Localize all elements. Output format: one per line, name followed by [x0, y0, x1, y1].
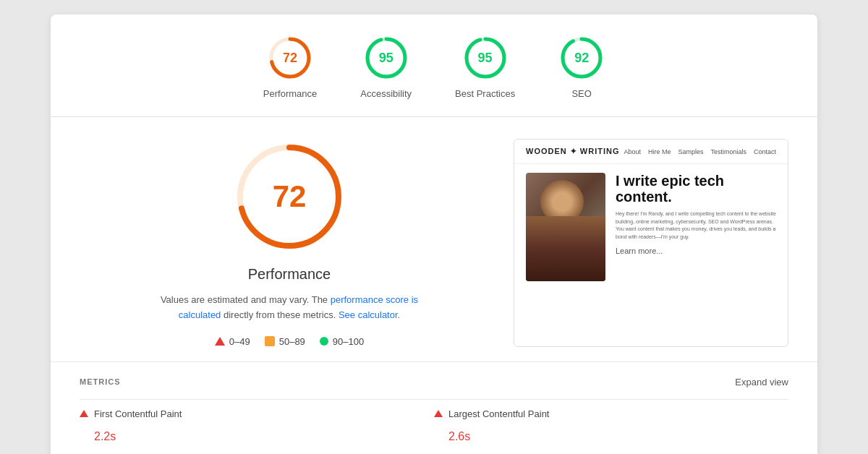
website-preview: WOODEN ✦ WRITING About Hire Me Samples T… — [514, 140, 788, 327]
square-icon — [265, 336, 275, 346]
score-label-performance: Performance — [263, 88, 317, 99]
lcp-name: Largest Contentful Paint — [448, 408, 549, 419]
score-item-seo: 92 SEO — [558, 35, 605, 99]
circle-icon — [320, 337, 328, 346]
preview-text: I write epic tech content. Hey there! I'… — [616, 173, 776, 281]
score-label-seo: SEO — [571, 88, 591, 99]
nav-contact: Contact — [754, 148, 776, 155]
calculator-link[interactable]: See calculator. — [339, 309, 400, 320]
nav-hireme: Hire Me — [648, 148, 671, 155]
big-score-value: 72 — [273, 179, 307, 214]
big-performance-circle: 72 — [231, 139, 347, 254]
legend-range-low: 0–49 — [229, 336, 250, 347]
score-label-best-practices: Best Practices — [455, 88, 515, 99]
preview-logo: WOODEN ✦ WRITING — [526, 147, 620, 156]
score-label-accessibility: Accessibility — [360, 88, 412, 99]
fcp-unit: s — [110, 430, 116, 442]
score-item-performance: 72 Performance — [263, 35, 317, 99]
fcp-number: 2.2 — [94, 430, 110, 442]
metrics-header: METRICS Expand view — [80, 377, 788, 387]
score-item-accessibility: 95 Accessibility — [360, 35, 412, 99]
nav-testimonials: Testimonials — [710, 148, 746, 155]
score-value-best-practices: 95 — [478, 51, 493, 66]
metric-lcp-header: Largest Contentful Paint — [434, 408, 788, 419]
legend-range-high: 90–100 — [333, 336, 364, 347]
legend-item-high: 90–100 — [320, 336, 364, 347]
performance-description: Values are estimated and may vary. The p… — [156, 293, 423, 323]
metric-fcp-header: First Contentful Paint — [80, 408, 434, 419]
metrics-title: METRICS — [80, 377, 121, 386]
legend-item-mid: 50–89 — [265, 336, 305, 347]
main-card: 72 Performance 95 Accessibility 95 — [51, 14, 817, 454]
score-circle-best-practices: 95 — [462, 35, 509, 81]
performance-title: Performance — [248, 266, 331, 283]
fcp-value: 2.2s — [94, 422, 434, 445]
score-circle-performance: 72 — [267, 35, 313, 81]
website-preview-panel: WOODEN ✦ WRITING About Hire Me Samples T… — [514, 139, 788, 347]
score-circle-accessibility: 95 — [363, 35, 409, 81]
desc-middle: directly from these metrics. — [221, 309, 339, 320]
preview-nav-links: About Hire Me Samples Testimonials Conta… — [624, 148, 776, 155]
legend-range-mid: 50–89 — [279, 336, 305, 347]
score-circle-seo: 92 — [558, 35, 605, 81]
preview-nav: WOODEN ✦ WRITING About Hire Me Samples T… — [514, 140, 788, 164]
score-legend: 0–49 50–89 90–100 — [215, 336, 364, 347]
main-content: 72 Performance Values are estimated and … — [51, 117, 817, 362]
nav-samples: Samples — [678, 148, 703, 155]
metric-fcp: First Contentful Paint 2.2s — [80, 399, 434, 454]
triangle-icon — [215, 337, 225, 346]
expand-view-button[interactable]: Expand view — [735, 377, 788, 387]
preview-photo — [526, 173, 605, 281]
preview-body: I write epic tech content. Hey there! I'… — [514, 164, 788, 290]
lcp-unit: s — [464, 430, 470, 442]
preview-cta: Learn more... — [616, 247, 776, 255]
preview-body-text: Hey there! I'm Randy, and I write compel… — [616, 210, 776, 241]
score-value-performance: 72 — [283, 51, 297, 66]
score-row: 72 Performance 95 Accessibility 95 — [51, 14, 817, 117]
fcp-status-icon — [80, 410, 88, 417]
metric-lcp: Largest Contentful Paint 2.6s — [434, 399, 788, 454]
nav-about: About — [624, 148, 641, 155]
left-panel: 72 Performance Values are estimated and … — [80, 139, 514, 347]
score-value-accessibility: 95 — [379, 51, 393, 66]
score-value-seo: 92 — [574, 51, 589, 66]
metrics-grid: First Contentful Paint 2.2s Largest Cont… — [80, 399, 788, 454]
lcp-value: 2.6s — [448, 422, 788, 445]
desc-before: Values are estimated and may vary. The — [161, 294, 331, 305]
lcp-status-icon — [434, 410, 443, 417]
legend-item-low: 0–49 — [215, 336, 250, 347]
fcp-name: First Contentful Paint — [94, 408, 182, 419]
metrics-section: METRICS Expand view First Contentful Pai… — [51, 362, 817, 454]
lcp-number: 2.6 — [448, 430, 464, 442]
preview-headline: I write epic tech content. — [616, 173, 776, 205]
score-item-best-practices: 95 Best Practices — [455, 35, 515, 99]
